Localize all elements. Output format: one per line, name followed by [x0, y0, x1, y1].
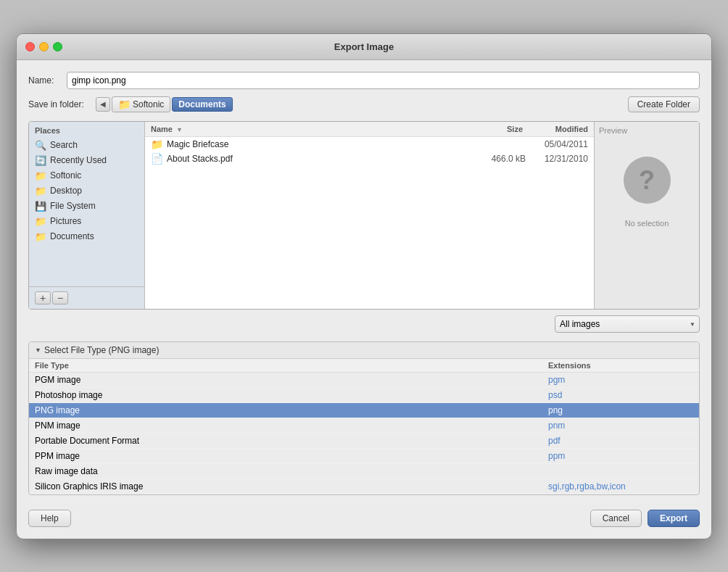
file-modified-about-stacks: 12/31/2010	[529, 154, 594, 164]
bottom-buttons: Help Cancel Export	[28, 507, 700, 527]
filetype-png-type: PNG image	[35, 405, 548, 415]
filetype-table-headers: File Type Extensions	[29, 359, 699, 373]
sidebar-search-label: Search	[50, 140, 78, 150]
file-size-about-stacks: 466.0 kB	[471, 154, 529, 164]
breadcrumb-nav: ◀ 📁 Softonic Documents	[96, 96, 622, 112]
sidebar-item-filesystem[interactable]: 💾 File System	[29, 199, 144, 214]
filetype-row-psd[interactable]: Photoshop image psd	[29, 388, 699, 403]
filetype-pnm-type: PNM image	[35, 420, 548, 431]
file-row-magic-briefcase[interactable]: 📁 Magic Briefcase 05/04/2011	[145, 137, 594, 152]
name-label: Name:	[28, 75, 61, 86]
folder-row: Save in folder: ◀ 📁 Softonic Documents C…	[28, 96, 700, 112]
breadcrumb-documents-label: Documents	[178, 99, 226, 109]
sidebar-item-recently-used[interactable]: 🔄 Recently Used	[29, 153, 144, 168]
folder-file-icon: 📁	[151, 138, 163, 150]
preview-header: Preview	[599, 126, 627, 135]
filetype-sgi-ext: sgi,rgb,rgba,bw,icon	[548, 481, 693, 492]
close-button[interactable]	[25, 42, 35, 51]
sidebar-item-documents[interactable]: 📁 Documents	[29, 229, 144, 244]
filetype-ext-col-header: Extensions	[548, 361, 693, 370]
filetype-row-pgm[interactable]: PGM image pgm	[29, 373, 699, 388]
name-column-header[interactable]: Name ▼	[145, 125, 471, 133]
filetype-section-header[interactable]: ▼ Select File Type (PNG image)	[29, 342, 699, 359]
preview-placeholder-icon: ?	[621, 155, 672, 206]
save-folder-label: Save in folder:	[28, 99, 90, 109]
places-footer: + −	[29, 286, 144, 309]
filename-input[interactable]	[67, 72, 700, 89]
filetype-pnm-ext: pnm	[548, 420, 693, 431]
breadcrumb-softonic-label: Softonic	[133, 99, 164, 109]
folder-icon: 📁	[118, 99, 131, 110]
files-column-headers: Name ▼ Size Modified	[145, 122, 594, 137]
dialog-content: Name: Save in folder: ◀ 📁 Softonic Docum…	[17, 60, 711, 539]
breadcrumb-softonic[interactable]: 📁 Softonic	[112, 96, 170, 112]
filetype-psd-ext: psd	[548, 390, 693, 400]
filter-row: All images PNG image JPEG image GIF imag…	[28, 315, 700, 333]
files-list: 📁 Magic Briefcase 05/04/2011 📄 About Sta…	[145, 137, 594, 309]
filetype-pgm-type: PGM image	[35, 375, 548, 385]
filetype-sgi-type: Silicon Graphics IRIS image	[35, 481, 548, 492]
modified-column-header[interactable]: Modified	[529, 125, 594, 133]
sidebar-item-desktop[interactable]: 📁 Desktop	[29, 183, 144, 199]
main-file-area: Places 🔍 Search 🔄 Recently Used 📁 Softon…	[28, 121, 700, 310]
pictures-folder-icon: 📁	[35, 216, 46, 227]
filetype-ppm-ext: ppm	[548, 451, 693, 461]
sidebar-item-softonic[interactable]: 📁 Softonic	[29, 168, 144, 183]
file-row-about-stacks[interactable]: 📄 About Stacks.pdf 466.0 kB 12/31/2010	[145, 152, 594, 166]
filetype-row-pnm[interactable]: PNM image pnm	[29, 418, 699, 434]
triangle-icon: ▼	[35, 347, 41, 354]
filetype-row-ppm[interactable]: PPM image ppm	[29, 449, 699, 464]
sidebar-item-search[interactable]: 🔍 Search	[29, 138, 144, 153]
file-filter-select[interactable]: All images PNG image JPEG image GIF imag…	[555, 315, 700, 333]
places-panel: Places 🔍 Search 🔄 Recently Used 📁 Softon…	[29, 122, 145, 309]
breadcrumb-documents[interactable]: Documents	[172, 97, 232, 112]
filetype-pdf-type: Portable Document Format	[35, 436, 548, 446]
filetype-body: PGM image pgm Photoshop image psd PNG im…	[29, 373, 699, 494]
export-image-dialog: Export Image Name: Save in folder: ◀ 📁 S…	[16, 33, 712, 539]
sidebar-recently-used-label: Recently Used	[50, 155, 107, 165]
window-title: Export Image	[334, 41, 394, 52]
help-button[interactable]: Help	[28, 510, 71, 527]
filetype-section-title: Select File Type (PNG image)	[44, 345, 160, 355]
right-buttons: Cancel Export	[590, 510, 700, 527]
preview-panel: Preview ? No selection	[594, 122, 699, 309]
search-icon: 🔍	[35, 140, 46, 151]
sidebar-desktop-label: Desktop	[50, 186, 82, 196]
desktop-folder-icon: 📁	[35, 186, 46, 196]
file-name-magic-briefcase: 📁 Magic Briefcase	[145, 138, 471, 150]
sidebar-item-pictures[interactable]: 📁 Pictures	[29, 214, 144, 229]
minimize-button[interactable]	[39, 42, 49, 51]
filetype-row-sgi[interactable]: Silicon Graphics IRIS image sgi,rgb,rgba…	[29, 479, 699, 494]
sidebar-filesystem-label: File System	[50, 201, 96, 211]
no-selection-text: No selection	[625, 219, 669, 228]
filetype-row-raw[interactable]: Raw image data	[29, 464, 699, 479]
file-modified-magic-briefcase: 05/04/2011	[529, 139, 594, 149]
remove-place-button[interactable]: −	[52, 291, 68, 304]
cancel-button[interactable]: Cancel	[590, 510, 642, 527]
pdf-file-icon: 📄	[151, 153, 163, 165]
maximize-button[interactable]	[53, 42, 62, 51]
name-row: Name:	[28, 72, 700, 89]
filetype-psd-type: Photoshop image	[35, 390, 548, 400]
filetype-row-png[interactable]: PNG image png	[29, 403, 699, 418]
filetype-row-pdf[interactable]: Portable Document Format pdf	[29, 434, 699, 449]
filetype-type-col-header: File Type	[35, 361, 548, 370]
export-button[interactable]: Export	[648, 510, 700, 527]
file-name-about-stacks: 📄 About Stacks.pdf	[145, 153, 471, 165]
back-button[interactable]: ◀	[96, 97, 110, 112]
sidebar-pictures-label: Pictures	[50, 216, 81, 226]
lower-content: All images PNG image JPEG image GIF imag…	[28, 315, 700, 527]
documents-folder-icon: 📁	[35, 231, 46, 242]
add-place-button[interactable]: +	[35, 291, 51, 304]
softonic-folder-icon: 📁	[35, 170, 46, 181]
filetype-ppm-type: PPM image	[35, 451, 548, 461]
sidebar-documents-label: Documents	[50, 231, 94, 241]
size-column-header[interactable]: Size	[471, 125, 529, 133]
filetype-raw-type: Raw image data	[35, 466, 548, 476]
filetype-pgm-ext: pgm	[548, 375, 693, 385]
files-panel: Name ▼ Size Modified 📁 Magic Briefcase 0…	[145, 122, 594, 309]
filetype-section: ▼ Select File Type (PNG image) File Type…	[28, 341, 700, 495]
create-folder-button[interactable]: Create Folder	[628, 96, 700, 112]
filetype-pdf-ext: pdf	[548, 436, 693, 446]
sort-arrow-icon: ▼	[176, 126, 183, 133]
